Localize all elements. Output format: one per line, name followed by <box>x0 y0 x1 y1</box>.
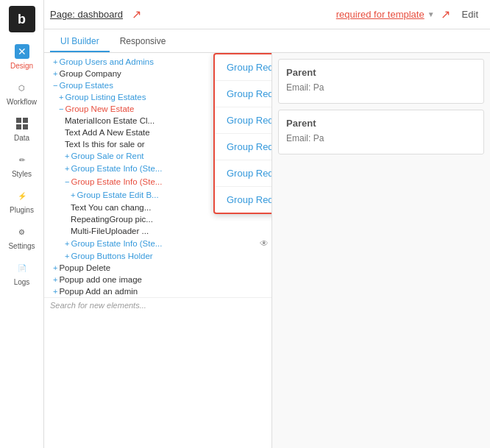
tab-responsive[interactable]: Responsive <box>110 32 177 52</box>
arrow-annotation-2: ↗ <box>441 7 450 21</box>
sidebar-item-plugins[interactable]: ⚡ Plugins <box>0 182 43 218</box>
sidebar-item-data[interactable]: Data <box>0 110 43 146</box>
collapse-icon: − <box>59 104 63 113</box>
dropdown-item-company[interactable]: Group Required for Template (Company) <box>215 81 272 107</box>
sidebar-item-design[interactable]: ✕ Design <box>0 38 43 74</box>
tree-item-group-buttons[interactable]: + Group Buttons Holder <box>44 250 271 262</box>
template-dropdown-menu: Group Required for Template (Admin) Grou… <box>213 53 272 214</box>
dropdown-item-user[interactable]: Group Required for Template (User) <box>215 187 272 213</box>
parent-section-2: Parent Email: Pa <box>278 110 484 154</box>
expand-icon: + <box>65 152 69 160</box>
svg-rect-1 <box>23 118 28 123</box>
tree-panel: + Group Users and Admins + Group Company… <box>44 53 272 448</box>
content-area: + Group Users and Admins + Group Company… <box>44 53 490 448</box>
arrow-annotation-1: ↗ <box>132 7 141 21</box>
email-field-1: Email: Pa <box>286 82 476 93</box>
svg-rect-0 <box>16 118 21 123</box>
svg-rect-2 <box>16 124 21 129</box>
parent-title-1: Parent <box>286 67 476 78</box>
expand-icon: + <box>71 191 75 199</box>
app-logo[interactable]: b <box>9 6 35 32</box>
collapse-icon: − <box>53 81 57 90</box>
topbar: Page: dashboard ↗ required for template … <box>44 0 490 29</box>
settings-icon: ⚙ <box>13 223 31 241</box>
styles-icon: ✏ <box>13 151 31 168</box>
tree-item-popup-add-admin[interactable]: + Popup Add an admin <box>44 285 271 297</box>
data-icon <box>13 115 31 132</box>
dropdown-item-profile1[interactable]: Group Required for Template (Profile-1) <box>215 134 272 160</box>
sidebar-item-styles[interactable]: ✏ Styles <box>0 146 43 182</box>
logs-icon: 📄 <box>13 259 31 277</box>
parent-section-1: Parent Email: Pa <box>278 59 484 104</box>
required-template-label[interactable]: required for template <box>336 9 425 20</box>
expand-icon: + <box>65 252 69 260</box>
sidebar-item-settings[interactable]: ⚙ Settings <box>0 218 43 255</box>
expand-icon: + <box>59 93 63 102</box>
expand-icon: + <box>53 57 57 66</box>
tree-item-multi-file[interactable]: Multi-FileUploader ... <box>44 225 271 237</box>
page-label[interactable]: Page: dashboard <box>50 9 123 20</box>
parent-title-2: Parent <box>286 118 476 129</box>
eye-icon[interactable]: 👁 <box>260 238 269 249</box>
dropdown-item-estates[interactable]: Group Required for Template (Estates) <box>215 107 272 134</box>
workflow-icon: ⬡ <box>13 79 31 96</box>
expand-icon: + <box>65 164 69 173</box>
tree-item-group-estate-info3[interactable]: + Group Estate Info (Ste... 👁 <box>44 237 271 250</box>
expand-icon: + <box>65 239 69 248</box>
right-panel: Parent Email: Pa Parent Email: Pa <box>272 53 490 448</box>
expand-icon: + <box>53 69 57 78</box>
sidebar-item-workflow[interactable]: ⬡ Workflow <box>0 74 43 110</box>
expand-icon: + <box>53 263 57 272</box>
expand-icon: + <box>53 287 57 296</box>
dropdown-item-profile2[interactable]: Group Required for Template (Profile-2) <box>215 160 272 187</box>
edit-button[interactable]: Edit <box>456 7 484 21</box>
sidebar-item-logs[interactable]: 📄 Logs <box>0 255 43 291</box>
tree-item-popup-delete[interactable]: + Popup Delete <box>44 262 271 274</box>
svg-rect-3 <box>23 124 28 129</box>
tree-item-popup-add-image[interactable]: + Popup add one image <box>44 274 271 285</box>
tab-ui-builder[interactable]: UI Builder <box>50 32 110 52</box>
tabbar: UI Builder Responsive <box>44 29 490 53</box>
search-elements[interactable]: Search for new elements... <box>44 297 271 313</box>
dropdown-chevron-icon[interactable]: ▼ <box>427 10 435 18</box>
template-dropdown: required for template ▼ ↗ <box>336 7 450 21</box>
collapse-icon: − <box>65 177 69 186</box>
expand-icon: + <box>53 275 57 284</box>
main-area: Page: dashboard ↗ required for template … <box>44 0 490 448</box>
sidebar: b ✕ Design ⬡ Workflow Data ✏ Styles ⚡ Pl… <box>0 0 44 448</box>
design-icon: ✕ <box>13 43 31 60</box>
email-field-2: Email: Pa <box>286 133 476 143</box>
dropdown-item-admin[interactable]: Group Required for Template (Admin) <box>215 54 272 81</box>
plugins-icon: ⚡ <box>13 187 31 205</box>
tree-item-repeating-group[interactable]: RepeatingGroup pic... <box>44 213 271 225</box>
